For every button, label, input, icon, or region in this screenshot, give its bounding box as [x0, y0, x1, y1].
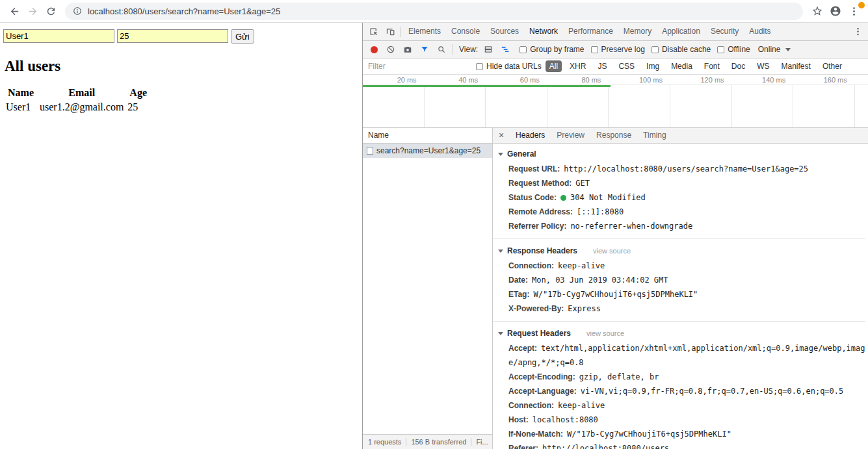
filter-pill-manifest[interactable]: Manifest [778, 60, 815, 72]
triangle-down-icon [498, 332, 503, 335]
submit-button[interactable]: Gửi [231, 29, 254, 44]
users-table: Name Email Age User1 user1.2@gmail.com 2… [3, 85, 151, 115]
section-divider [493, 321, 865, 322]
reload-button[interactable] [42, 2, 60, 20]
timeline-tick: 100 ms [609, 75, 670, 84]
tab-sources[interactable]: Sources [485, 23, 524, 40]
browser-window: localhost:8080/users/search?name=User1&a… [0, 0, 868, 449]
clear-button[interactable] [383, 42, 399, 57]
details-tabbar: × Headers Preview Response Timing [493, 128, 868, 144]
group-by-frame-checkbox[interactable]: Group by frame [519, 45, 584, 54]
header-status-code: Status Code:304 Not Modified [497, 190, 865, 205]
bookmark-star-button[interactable] [808, 2, 826, 20]
checkbox-icon [651, 46, 659, 53]
url-text: localhost:8080/users/search?name=User1&a… [88, 6, 280, 16]
inspect-button[interactable] [365, 23, 382, 40]
site-info-icon[interactable] [73, 6, 82, 16]
filter-pill-media[interactable]: Media [667, 60, 696, 72]
detail-tab-headers[interactable]: Headers [510, 128, 551, 143]
separator [453, 44, 453, 55]
cell-email: user1.2@gmail.com [38, 101, 125, 114]
tab-memory[interactable]: Memory [618, 23, 657, 40]
tab-elements[interactable]: Elements [403, 23, 446, 40]
filter-pill-doc[interactable]: Doc [728, 60, 749, 72]
timeline-tick: 160 ms [793, 75, 855, 84]
request-row[interactable]: search?name=User1&age=25 [363, 144, 492, 158]
offline-checkbox[interactable]: Offline [717, 45, 750, 54]
update-badge [858, 2, 865, 8]
filter-pill-img[interactable]: Img [642, 60, 663, 72]
filter-pill-xhr[interactable]: XHR [566, 60, 590, 72]
detail-tab-preview[interactable]: Preview [551, 128, 590, 143]
filter-pill-other[interactable]: Other [819, 60, 846, 72]
network-toolbar: View: Group by frame Preserve log [363, 41, 868, 58]
disable-cache-checkbox[interactable]: Disable cache [651, 45, 711, 54]
filter-pill-ws[interactable]: WS [753, 60, 773, 72]
filter-toggle-button[interactable] [417, 42, 432, 57]
detail-tab-timing[interactable]: Timing [637, 128, 672, 143]
age-input[interactable] [117, 29, 228, 43]
timeline-tick: 40 ms [425, 75, 486, 84]
large-rows-button[interactable] [480, 42, 496, 57]
timeline-tick: 20 ms [363, 75, 425, 84]
summary-more: Fi... [476, 438, 488, 446]
network-filter-bar: Hide data URLs All XHR JS CSS Img Media … [363, 58, 868, 75]
cell-name: User1 [5, 101, 37, 114]
profile-button[interactable] [826, 2, 845, 20]
filter-pill-all[interactable]: All [546, 60, 562, 72]
record-icon [371, 46, 378, 53]
preserve-log-checkbox[interactable]: Preserve log [591, 45, 645, 54]
search-button[interactable] [434, 42, 449, 57]
view-source-link[interactable]: view source [586, 329, 624, 337]
record-button[interactable] [366, 42, 382, 57]
throttling-dropdown[interactable]: Online [758, 45, 791, 54]
timeline-overview[interactable]: 20 ms 40 ms 60 ms 80 ms 100 ms 120 ms 14… [363, 75, 868, 128]
tab-performance[interactable]: Performance [563, 23, 618, 40]
search-icon [437, 45, 446, 54]
rows-icon [484, 45, 493, 54]
requests-name-column-header[interactable]: Name [363, 128, 492, 144]
timeline-grid[interactable] [363, 85, 868, 127]
request-name: search?name=User1&age=25 [376, 146, 480, 155]
tab-security[interactable]: Security [705, 23, 744, 40]
device-toolbar-button[interactable] [382, 23, 399, 40]
request-details-panel: × Headers Preview Response Timing Genera… [493, 128, 868, 449]
close-details-button[interactable]: × [493, 128, 510, 143]
network-summary-bar: 1 requests 156 B transferred Fi... [363, 434, 492, 449]
back-button[interactable] [5, 2, 23, 20]
filter-pill-js[interactable]: JS [594, 60, 611, 72]
header-accept: Accept:text/html,application/xhtml+xml,a… [497, 341, 865, 370]
url-bar[interactable]: localhost:8080/users/search?name=User1&a… [65, 3, 803, 20]
tab-console[interactable]: Console [446, 23, 485, 40]
tab-network[interactable]: Network [524, 23, 563, 40]
reload-icon [46, 6, 57, 17]
tab-application[interactable]: Application [657, 23, 705, 40]
requests-list: Name search?name=User1&age=25 1 requests… [363, 128, 493, 449]
section-response-headers[interactable]: Response Headers view source [497, 243, 865, 259]
header-if-none-match: If-None-Match:W/"17b-Cyg7wCHhoujiT6+qsj5… [497, 427, 865, 441]
header-date: Date:Mon, 03 Jun 2019 03:44:02 GMT [497, 273, 865, 287]
header-referer: Referer:http://localhost:8080/users [497, 441, 865, 449]
filter-pill-css[interactable]: CSS [614, 60, 638, 72]
name-input[interactable] [3, 29, 114, 43]
filter-input[interactable] [368, 62, 472, 71]
devtools-panel: Elements Console Sources Network Perform… [362, 23, 868, 449]
hide-data-urls-checkbox[interactable]: Hide data URLs [476, 62, 542, 71]
triangle-down-icon [498, 153, 503, 156]
kebab-menu-icon [848, 6, 860, 17]
overview-toggle-button[interactable] [497, 42, 513, 57]
devtools-menu-button[interactable] [849, 23, 866, 40]
table-row: User1 user1.2@gmail.com 25 [5, 101, 150, 114]
detail-tab-response[interactable]: Response [590, 128, 637, 143]
view-source-link[interactable]: view source [593, 247, 631, 255]
screenshot-button[interactable] [400, 42, 415, 57]
section-request-headers[interactable]: Request Headers view source [497, 326, 865, 341]
filter-pill-font[interactable]: Font [700, 60, 724, 72]
forward-button[interactable] [23, 2, 42, 20]
header-request-method: Request Method:GET [497, 176, 865, 190]
section-general[interactable]: General [497, 146, 865, 162]
tab-audits[interactable]: Audits [744, 23, 776, 40]
kebab-menu-icon [853, 27, 863, 36]
requests-count: 1 requests [368, 438, 401, 446]
browser-menu-button[interactable] [845, 2, 863, 20]
